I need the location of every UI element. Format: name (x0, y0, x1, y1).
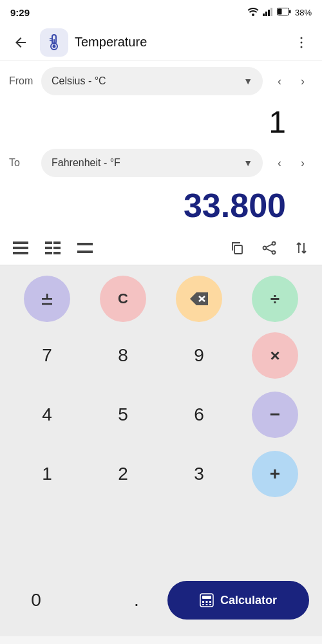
calculator-label: Calculator (220, 594, 277, 607)
more-options-button[interactable] (289, 30, 314, 55)
clear-key[interactable]: C (100, 276, 146, 322)
conversion-area: From Celsius - °C ▼ ‹ › 1 To Fahrenheit … (0, 61, 322, 265)
back-button[interactable] (8, 30, 33, 55)
svg-point-10 (53, 44, 56, 48)
battery-icon (277, 8, 291, 17)
add-key[interactable]: + (252, 451, 298, 497)
from-next-button[interactable]: › (292, 71, 313, 91)
key-0[interactable]: 0 (13, 577, 59, 623)
from-unit: Celsius - °C (52, 75, 243, 87)
svg-rect-27 (77, 251, 93, 253)
svg-rect-7 (278, 8, 281, 14)
svg-rect-20 (45, 242, 52, 244)
row-456: 4 5 6 − (13, 386, 309, 443)
status-bar: 9:29 38% (0, 0, 322, 24)
plus-minus-key[interactable] (24, 276, 70, 322)
from-prev-button[interactable]: ‹ (269, 71, 290, 91)
svg-line-33 (266, 249, 272, 252)
calculator-button[interactable]: Calculator (167, 581, 309, 620)
keypad: C ÷ 7 8 9 × 4 5 6 (0, 265, 322, 572)
svg-point-30 (263, 247, 267, 250)
input-display: 1 (0, 102, 322, 142)
app-bar: Temperature (0, 24, 322, 61)
subtract-key[interactable]: − (252, 392, 298, 438)
key-9[interactable]: 9 (176, 332, 222, 379)
key-8[interactable]: 8 (100, 332, 146, 379)
multiply-key[interactable]: × (252, 332, 298, 379)
divide-key[interactable]: ÷ (252, 276, 298, 322)
input-value: 1 (269, 104, 286, 140)
to-dropdown-arrow: ▼ (243, 158, 252, 168)
svg-rect-26 (77, 243, 93, 245)
svg-rect-3 (268, 10, 270, 16)
key-4[interactable]: 4 (24, 392, 70, 438)
svg-point-29 (272, 242, 276, 245)
svg-point-14 (301, 37, 303, 39)
list-view-2-button[interactable] (41, 236, 64, 260)
status-time: 9:29 (10, 7, 30, 18)
svg-rect-46 (209, 604, 211, 605)
svg-point-31 (272, 251, 276, 254)
svg-rect-42 (205, 601, 207, 603)
svg-rect-17 (13, 242, 28, 244)
from-row: From Celsius - °C ▼ ‹ › (0, 61, 322, 102)
key-6[interactable]: 6 (176, 392, 222, 438)
toolbar-left (9, 236, 225, 260)
toolbar-right (225, 236, 313, 260)
svg-point-0 (252, 14, 254, 16)
from-dropdown[interactable]: Celsius - °C ▼ (41, 67, 263, 95)
to-next-button[interactable]: › (292, 153, 313, 173)
signal-icon (263, 7, 273, 18)
wifi-icon (247, 7, 259, 18)
from-label: From (9, 75, 35, 87)
svg-rect-6 (289, 10, 291, 13)
svg-point-16 (301, 46, 303, 48)
from-nav-arrows: ‹ › (269, 71, 313, 91)
number-rows: 7 8 9 × 4 5 6 − 1 2 3 + (13, 327, 309, 562)
svg-rect-23 (53, 247, 61, 249)
to-label: To (9, 157, 35, 169)
result-value: 33.800 (184, 186, 286, 225)
battery-percent: 38% (295, 8, 312, 17)
row-123: 1 2 3 + (13, 446, 309, 502)
svg-rect-43 (209, 601, 211, 603)
svg-rect-44 (202, 604, 204, 605)
svg-rect-21 (53, 242, 61, 244)
bottom-row: 0 . Calculator (0, 572, 322, 636)
key-1[interactable]: 1 (24, 451, 70, 497)
special-row: C ÷ (13, 276, 309, 322)
svg-line-32 (266, 244, 272, 247)
svg-point-15 (301, 41, 303, 43)
row-789: 7 8 9 × (13, 327, 309, 384)
from-dropdown-arrow: ▼ (243, 76, 252, 86)
key-7[interactable]: 7 (24, 332, 70, 379)
key-2[interactable]: 2 (100, 451, 146, 497)
to-prev-button[interactable]: ‹ (269, 153, 290, 173)
svg-rect-24 (45, 252, 52, 254)
svg-rect-35 (46, 294, 48, 299)
to-row: To Fahrenheit - °F ▼ ‹ › (0, 142, 322, 184)
svg-rect-2 (265, 12, 267, 16)
key-5[interactable]: 5 (100, 392, 146, 438)
backspace-key[interactable] (176, 276, 222, 322)
swap-button[interactable] (290, 236, 313, 260)
compact-view-button[interactable] (73, 236, 97, 260)
to-unit: Fahrenheit - °F (52, 157, 243, 169)
share-button[interactable] (258, 236, 281, 260)
app-title: Temperature (75, 35, 289, 50)
svg-rect-25 (53, 252, 61, 254)
svg-rect-45 (205, 604, 207, 605)
status-icons: 38% (247, 7, 312, 18)
copy-button[interactable] (225, 236, 249, 260)
app-icon (40, 28, 68, 57)
to-nav-arrows: ‹ › (269, 153, 313, 173)
key-dot[interactable]: . (113, 577, 160, 623)
svg-rect-40 (202, 596, 211, 599)
svg-rect-1 (263, 14, 265, 16)
svg-rect-18 (13, 247, 28, 249)
to-dropdown[interactable]: Fahrenheit - °F ▼ (41, 149, 263, 177)
clear-label: C (118, 290, 128, 307)
svg-rect-19 (13, 252, 28, 254)
key-3[interactable]: 3 (176, 451, 222, 497)
list-view-1-button[interactable] (9, 236, 32, 260)
